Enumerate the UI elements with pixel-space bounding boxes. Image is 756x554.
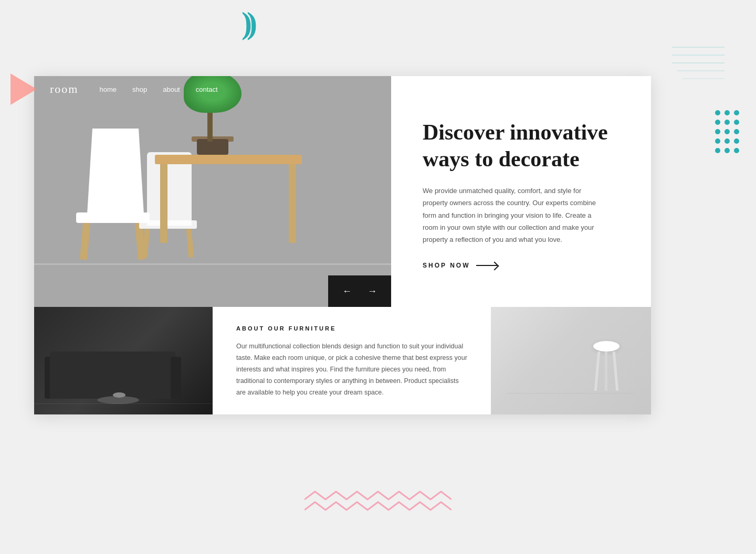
chair-seat [76, 212, 150, 223]
chair-leg-2-fl [142, 229, 150, 258]
navigation: room home shop about contact [34, 76, 391, 102]
table-leg-left [160, 164, 167, 243]
chair-back [87, 129, 144, 223]
floor-line-light [507, 393, 635, 393]
hero-description: We provide unmatched quality, comfort, a… [423, 185, 601, 246]
slider-prev-button[interactable]: ← [340, 283, 354, 300]
about-description: Our multifunctional collection blends de… [236, 341, 467, 398]
table-top [155, 155, 302, 164]
nav-links-container: home shop about contact [99, 86, 217, 93]
decorative-lines-top-right [672, 42, 724, 86]
nav-link-about[interactable]: about [163, 86, 180, 93]
stool-seat [593, 341, 620, 351]
top-section: room home shop about contact ← → Discove… [34, 76, 651, 307]
white-stool [593, 341, 620, 393]
sofa-arm-right [171, 357, 181, 399]
bonsai-pot [197, 139, 228, 155]
table-leg-right [289, 164, 296, 243]
stool-leg-right [613, 351, 619, 391]
hero-content: Discover innovative ways to decorate We … [391, 76, 651, 307]
decorative-dots [715, 110, 740, 154]
about-section: ABOUT OUR FURNITURE Our multifunctional … [213, 307, 491, 414]
bottom-left-image [34, 307, 213, 414]
site-logo[interactable]: room [50, 82, 78, 96]
nav-link-shop[interactable]: shop [132, 86, 147, 93]
shop-now-button[interactable]: SHOP NOW [423, 262, 620, 269]
decorative-quotes: )) [242, 5, 252, 41]
floor-line-dark [34, 403, 213, 404]
hero-title: Discover innovative ways to decorate [423, 119, 620, 172]
table-area [155, 155, 312, 260]
nav-link-home[interactable]: home [99, 86, 117, 93]
shop-now-label: SHOP NOW [423, 262, 470, 269]
about-title: ABOUT OUR FURNITURE [236, 325, 467, 332]
decorative-zigzag-bottom [304, 489, 452, 523]
shop-now-arrow [476, 265, 497, 266]
slider-next-button[interactable]: → [365, 283, 380, 300]
bowl-decoration [113, 392, 125, 398]
nav-link-contact[interactable]: contact [196, 86, 218, 93]
hero-image-area: room home shop about contact ← → [34, 76, 391, 307]
dark-sofa [50, 351, 176, 399]
bottom-right-image [491, 307, 651, 414]
slider-controls: ← → [328, 275, 391, 307]
bottom-section: ABOUT OUR FURNITURE Our multifunctional … [34, 307, 651, 414]
chair-leg-front-left [80, 223, 90, 260]
website-card: room home shop about contact ← → Discove… [34, 76, 651, 414]
stool-leg-middle [605, 351, 607, 391]
floor-line [34, 263, 391, 265]
decorative-triangle [10, 73, 37, 105]
stool-leg-left [594, 351, 601, 391]
